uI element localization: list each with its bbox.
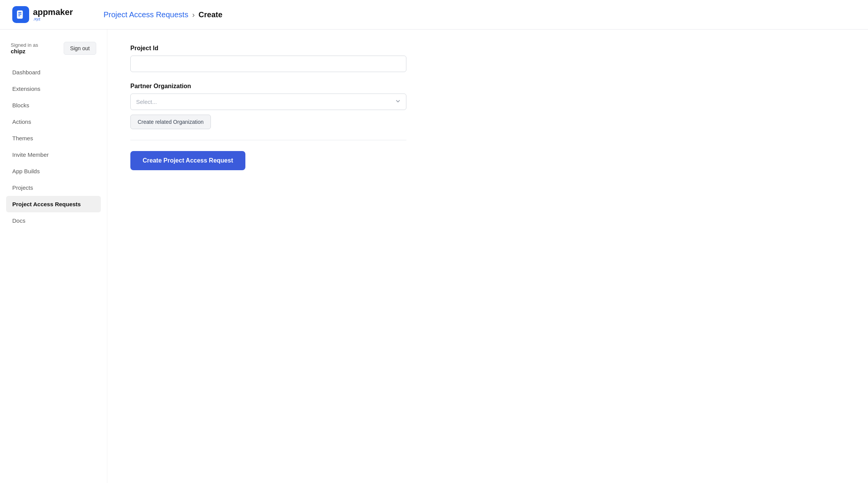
form-divider (130, 140, 406, 140)
sidebar-nav: Dashboard Extensions Blocks Actions Them… (6, 64, 101, 229)
logo-area: appmaker .xyz (12, 6, 73, 23)
submit-button[interactable]: Create Project Access Request (130, 151, 245, 170)
create-related-org-button[interactable]: Create related Organization (130, 115, 211, 129)
sidebar-item-dashboard[interactable]: Dashboard (6, 64, 101, 80)
sidebar-item-docs[interactable]: Docs (6, 212, 101, 229)
header: appmaker .xyz Project Access Requests › … (0, 0, 868, 30)
sidebar-item-project-access-requests[interactable]: Project Access Requests (6, 196, 101, 212)
svg-rect-1 (18, 12, 22, 13)
sidebar-item-invite-member[interactable]: Invite Member (6, 146, 101, 163)
logo-sub: .xyz (33, 16, 73, 21)
partner-org-field-group: Partner Organization Select... Create re… (130, 83, 406, 129)
breadcrumb: Project Access Requests › Create (104, 10, 222, 19)
partner-org-select[interactable]: Select... (130, 94, 406, 110)
breadcrumb-separator: › (192, 10, 195, 19)
breadcrumb-current: Create (199, 10, 222, 19)
form-section: Project Id Partner Organization Select..… (130, 45, 406, 170)
main-content: Project Id Partner Organization Select..… (107, 30, 868, 483)
project-id-field-group: Project Id (130, 45, 406, 72)
project-id-input[interactable] (130, 56, 406, 72)
project-id-label: Project Id (130, 45, 406, 52)
sign-out-button[interactable]: Sign out (64, 42, 96, 55)
partner-org-select-wrapper: Select... (130, 94, 406, 110)
sidebar-item-actions[interactable]: Actions (6, 113, 101, 130)
svg-rect-3 (18, 15, 20, 16)
layout: Signed in as chipz Sign out Dashboard Ex… (0, 30, 868, 483)
breadcrumb-link[interactable]: Project Access Requests (104, 10, 188, 19)
sidebar-item-themes[interactable]: Themes (6, 130, 101, 146)
signed-in-label: Signed in as (11, 42, 38, 48)
sidebar: Signed in as chipz Sign out Dashboard Ex… (0, 30, 107, 483)
sidebar-item-blocks[interactable]: Blocks (6, 97, 101, 113)
sidebar-item-projects[interactable]: Projects (6, 179, 101, 196)
logo-icon (12, 6, 29, 23)
partner-org-label: Partner Organization (130, 83, 406, 90)
logo-name: appmaker (33, 8, 73, 16)
svg-rect-2 (18, 14, 22, 15)
sidebar-item-app-builds[interactable]: App Builds (6, 163, 101, 179)
sidebar-item-extensions[interactable]: Extensions (6, 80, 101, 97)
username: chipz (11, 48, 38, 54)
logo-text-area: appmaker .xyz (33, 8, 73, 21)
user-section: Signed in as chipz Sign out (6, 39, 101, 64)
user-info: Signed in as chipz (11, 42, 38, 54)
